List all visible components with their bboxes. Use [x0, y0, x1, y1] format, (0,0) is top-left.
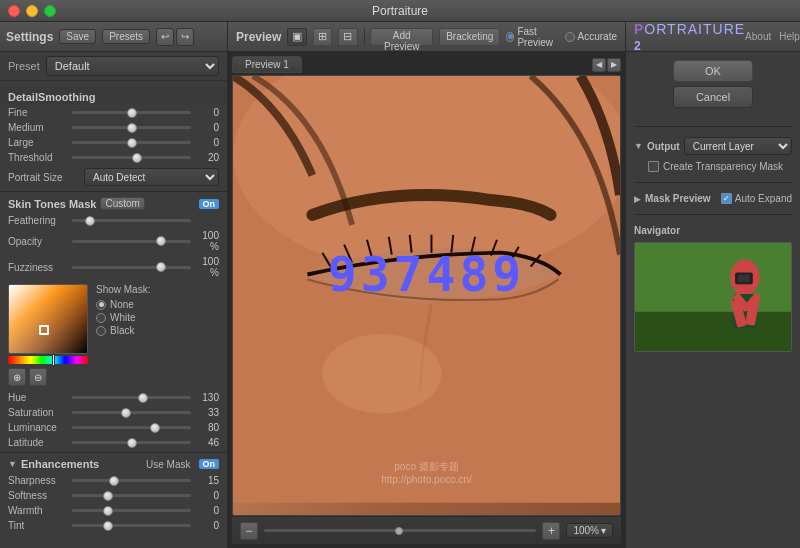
create-transparency-checkbox[interactable] [648, 161, 659, 172]
radio-white[interactable]: White [96, 312, 150, 323]
warmth-value: 0 [195, 505, 219, 516]
zoom-thumb [395, 527, 403, 535]
eyedropper-row: ⊕ ⊖ [8, 368, 88, 386]
slider-row-softness: Softness 0 [0, 488, 227, 503]
navigator-label: Navigator [634, 225, 792, 236]
right-panel: PORTRAITURE 2 About Help OK Cancel ▼ Out… [625, 22, 800, 548]
softness-slider[interactable] [72, 494, 191, 497]
zoom-slider[interactable] [264, 529, 536, 532]
fuzziness-slider[interactable] [72, 266, 191, 269]
threshold-slider[interactable] [72, 156, 191, 159]
left-panel: Settings Save Presets ↩ ↪ Preset Default… [0, 22, 228, 548]
slider-row-warmth: Warmth 0 [0, 503, 227, 518]
portrait-size-select[interactable]: Auto Detect [84, 168, 219, 186]
undo-button[interactable]: ↩ [156, 28, 174, 46]
create-transparency-row: Create Transparency Mask [634, 161, 792, 172]
fast-preview-radio[interactable] [506, 32, 514, 42]
saturation-slider[interactable] [72, 411, 191, 414]
skin-preset-dropdown[interactable]: Custom [100, 197, 144, 210]
preset-label: Preset [8, 60, 40, 72]
overlay-number: 937489 [328, 246, 525, 302]
traffic-lights [8, 5, 56, 17]
svg-rect-15 [635, 312, 791, 351]
auto-expand-checkbox[interactable] [721, 193, 732, 204]
preview-tab-bar: Preview 1 ◀ ▶ [232, 56, 621, 73]
tab-next-button[interactable]: ▶ [607, 58, 621, 72]
feathering-slider[interactable] [72, 219, 191, 222]
fast-preview-option[interactable]: Fast Preview [506, 26, 560, 48]
single-view-button[interactable]: ▣ [287, 28, 306, 46]
presets-button[interactable]: Presets [102, 29, 150, 44]
color-gradient[interactable] [8, 284, 88, 354]
sharpness-slider[interactable] [72, 479, 191, 482]
sharpness-value: 15 [195, 475, 219, 486]
split-view-button[interactable]: ⊞ [313, 28, 332, 46]
medium-value: 0 [195, 122, 219, 133]
save-button[interactable]: Save [59, 29, 96, 44]
tint-slider[interactable] [72, 524, 191, 527]
warmth-slider[interactable] [72, 509, 191, 512]
watermark: poco 摄影专题 http://photo.poco.cn/ [381, 460, 472, 485]
tab-prev-button[interactable]: ◀ [592, 58, 606, 72]
preview-tab-1[interactable]: Preview 1 [232, 56, 302, 73]
opacity-slider[interactable] [72, 240, 191, 243]
latitude-slider[interactable] [72, 441, 191, 444]
preset-select[interactable]: Default [46, 56, 219, 76]
radio-none-label: None [110, 299, 134, 310]
auto-expand-area: Auto Expand [721, 193, 792, 204]
about-link[interactable]: About [745, 31, 771, 42]
accurate-option[interactable]: Accurate [565, 31, 617, 42]
eyedropper-button-2[interactable]: ⊖ [29, 368, 47, 386]
radio-black-dot[interactable] [96, 326, 106, 336]
hue-slider[interactable] [72, 396, 191, 399]
warmth-label: Warmth [8, 505, 68, 516]
latitude-value: 46 [195, 437, 219, 448]
cancel-button[interactable]: Cancel [673, 86, 753, 108]
fuzziness-label: Fuzziness [8, 262, 68, 273]
watermark-line1: poco 摄影专题 [381, 460, 472, 474]
ok-button[interactable]: OK [673, 60, 753, 82]
slider-row-fuzziness: Fuzziness 100 % [0, 254, 227, 280]
redo-button[interactable]: ↪ [176, 28, 194, 46]
zoom-in-button[interactable]: + [542, 522, 560, 540]
medium-label: Medium [8, 122, 68, 133]
accurate-radio[interactable] [565, 32, 575, 42]
zoom-out-button[interactable]: − [240, 522, 258, 540]
large-slider[interactable] [72, 141, 191, 144]
maximize-button[interactable] [44, 5, 56, 17]
fine-label: Fine [8, 107, 68, 118]
hue-bar[interactable] [8, 356, 88, 364]
portrait-size-row: Portrait Size Auto Detect [0, 165, 227, 189]
preset-row: Preset Default [0, 52, 227, 81]
medium-slider[interactable] [72, 126, 191, 129]
accurate-label: Accurate [578, 31, 617, 42]
minimize-button[interactable] [26, 5, 38, 17]
close-button[interactable] [8, 5, 20, 17]
add-preview-button[interactable]: Add Preview [370, 28, 433, 46]
compare-view-button[interactable]: ⊟ [338, 28, 357, 46]
slider-row-feathering: Feathering [0, 213, 227, 228]
color-gradient-selector[interactable] [39, 325, 49, 335]
latitude-label: Latitude [8, 437, 68, 448]
mask-preview-collapse-icon[interactable]: ▶ [634, 194, 641, 204]
radio-white-dot[interactable] [96, 313, 106, 323]
output-collapse-icon[interactable]: ▼ [634, 141, 643, 151]
radio-none[interactable]: None [96, 299, 150, 310]
enhancements-collapse-icon[interactable]: ▼ [8, 459, 17, 469]
radio-none-dot[interactable] [96, 300, 106, 310]
help-link[interactable]: Help [779, 31, 800, 42]
slider-row-fine: Fine 0 [0, 105, 227, 120]
preview-label: Preview [236, 30, 281, 44]
fine-slider[interactable] [72, 111, 191, 114]
luminance-slider[interactable] [72, 426, 191, 429]
bracketing-button[interactable]: Bracketing [439, 28, 500, 46]
portrait-size-label: Portrait Size [8, 172, 78, 183]
zoom-display[interactable]: 100% ▾ [566, 523, 613, 538]
navigator-thumbnail[interactable] [634, 242, 792, 352]
undo-redo-group: ↩ ↪ [156, 28, 194, 46]
radio-black[interactable]: Black [96, 325, 150, 336]
hue-label: Hue [8, 392, 68, 403]
tint-value: 0 [195, 520, 219, 531]
output-select[interactable]: Current Layer [684, 137, 792, 155]
eyedropper-button-1[interactable]: ⊕ [8, 368, 26, 386]
